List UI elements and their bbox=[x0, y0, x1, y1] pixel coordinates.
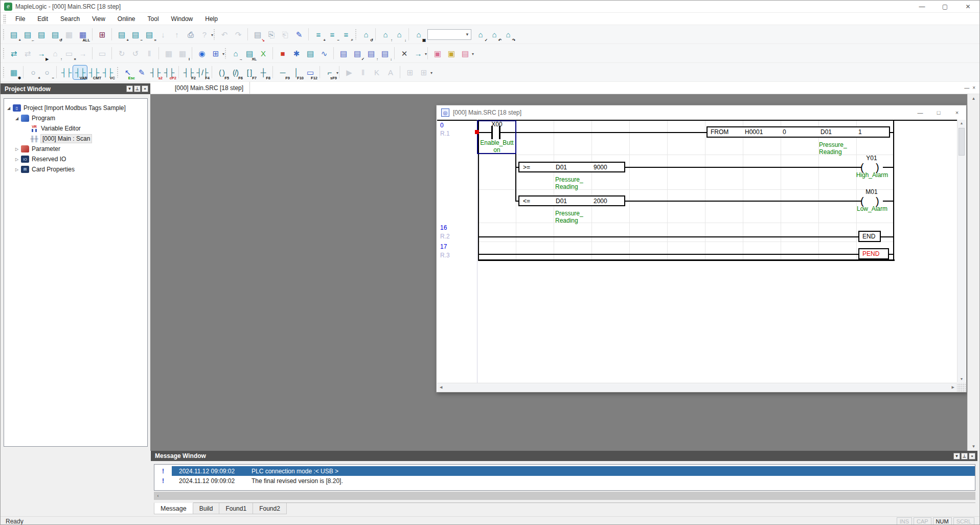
compare-high-box[interactable]: >= D01 9000 bbox=[518, 162, 625, 172]
remove-document-button[interactable]: ▤− bbox=[128, 28, 142, 41]
stop-box-button[interactable]: ■ bbox=[276, 47, 289, 60]
zoom-out-button[interactable]: ○− bbox=[40, 65, 54, 79]
toolbar-button[interactable] bbox=[331, 47, 336, 60]
tab-build[interactable]: Build bbox=[193, 503, 220, 514]
toolbar-button[interactable] bbox=[89, 47, 95, 60]
breakpoint-button[interactable]: ▣ bbox=[430, 47, 444, 60]
plc-refresh-button[interactable]: ⌂↺ bbox=[359, 28, 373, 41]
hline-button[interactable]: ─F9 bbox=[276, 65, 289, 79]
monitor-view-button[interactable]: ▭F12 bbox=[303, 65, 317, 79]
toolbar-button[interactable] bbox=[176, 65, 181, 79]
menu-edit[interactable]: Edit bbox=[31, 13, 54, 25]
tree-expander-icon[interactable]: ▷ bbox=[13, 157, 20, 162]
plc-write-all-button[interactable]: ⌂▣ bbox=[412, 28, 425, 41]
message-row-version[interactable]: ! 2024.11.12 09:09:02 The final revised … bbox=[154, 476, 975, 486]
toolbar-button[interactable] bbox=[189, 47, 195, 60]
editor-vertical-scrollbar[interactable]: ▲ ▼ bbox=[957, 120, 966, 382]
delete-cross-button[interactable]: ✕ bbox=[397, 47, 411, 60]
window-minimize-button[interactable]: — bbox=[910, 1, 933, 12]
force-on-button[interactable]: K bbox=[370, 65, 383, 79]
tabbar-close-icon[interactable]: × bbox=[972, 85, 975, 91]
tree-expander-icon[interactable]: ◢ bbox=[13, 116, 20, 121]
ladder-monitor-button[interactable]: ⊞▾ bbox=[209, 47, 222, 60]
list-find-button[interactable]: ≡⌕ bbox=[339, 28, 353, 41]
resize-grip[interactable] bbox=[957, 383, 966, 391]
toolbar-button[interactable] bbox=[373, 28, 378, 41]
toolbar-button[interactable] bbox=[209, 65, 215, 79]
message-window-menu-icon[interactable]: ▼ bbox=[953, 453, 960, 460]
chart-button[interactable]: ∿ bbox=[317, 47, 331, 60]
ladder-selection-cursor[interactable] bbox=[477, 120, 516, 154]
window-tile-button[interactable]: ⊞ bbox=[95, 28, 109, 41]
contact-no-button[interactable]: ┤├F2 bbox=[181, 65, 195, 79]
view-variables-button[interactable]: ┤├VAR bbox=[73, 65, 87, 79]
message-row-plc-mode[interactable]: ! 2024.11.12 09:09:02 PLC connection mod… bbox=[154, 466, 975, 476]
new-project-button[interactable]: ▤+ bbox=[7, 28, 20, 41]
open-document-button[interactable]: ▤↺ bbox=[48, 28, 62, 41]
tree-item-variable-editor[interactable]: VR Variable Editor bbox=[4, 123, 147, 134]
undo-button[interactable]: ↶ bbox=[217, 28, 231, 41]
coil-not-button[interactable]: (/)F6 bbox=[229, 65, 242, 79]
view-var-comments-button[interactable]: ┤├VC bbox=[101, 65, 115, 79]
grid-add-button[interactable]: ⊞ bbox=[403, 65, 417, 79]
toolbar-button[interactable] bbox=[115, 65, 121, 79]
export-document-button[interactable]: ▤↘ bbox=[250, 28, 264, 41]
save-button[interactable]: ▦ bbox=[62, 28, 76, 41]
force-off-button[interactable]: A bbox=[383, 65, 397, 79]
pause-button[interactable]: ‖ bbox=[356, 65, 370, 79]
tree-expander-icon[interactable]: ▷ bbox=[13, 147, 20, 151]
toolbar-button[interactable] bbox=[211, 28, 217, 41]
special-coil-button[interactable]: ⌐sF9▾ bbox=[323, 65, 336, 79]
tab-found1[interactable]: Found1 bbox=[219, 503, 253, 514]
edit-button[interactable]: ✎ bbox=[292, 28, 306, 41]
toolbar-button[interactable] bbox=[317, 65, 323, 79]
toolbar-button[interactable] bbox=[397, 65, 403, 79]
contact-pulse-button[interactable]: ┤├cP2 bbox=[162, 65, 176, 79]
plc-download-button[interactable]: ⌂↓ bbox=[392, 28, 406, 41]
editor-horizontal-scrollbar[interactable]: ◀ ▶ bbox=[437, 383, 957, 391]
branch-button[interactable]: ┼F8 bbox=[256, 65, 270, 79]
coil-low[interactable]: ( bbox=[860, 196, 864, 206]
scroll-right-icon[interactable]: ▶ bbox=[949, 383, 957, 391]
tree-expander-icon[interactable]: ◢ bbox=[5, 106, 12, 111]
delete-button[interactable]: ▭× bbox=[62, 47, 76, 60]
document-properties-button[interactable]: ▤≡ bbox=[142, 28, 156, 41]
scroll-left-icon[interactable]: ‹ bbox=[154, 493, 162, 498]
open-project-button[interactable]: ▤← bbox=[20, 28, 34, 41]
add-document-button[interactable]: ▤+ bbox=[115, 28, 128, 41]
menu-search[interactable]: Search bbox=[54, 13, 86, 25]
scroll-down-icon[interactable]: ▼ bbox=[968, 444, 979, 449]
toolbar-button[interactable] bbox=[270, 47, 276, 60]
tree-item-reserved-io[interactable]: ▷ IO Reserved IO bbox=[4, 154, 147, 164]
print-button[interactable]: ⎙ bbox=[184, 28, 197, 41]
tabbar-minimize-icon[interactable]: — bbox=[964, 85, 969, 91]
toolbar-button[interactable] bbox=[20, 65, 26, 79]
toolbar-button[interactable] bbox=[109, 28, 115, 41]
excel-export-button[interactable]: ▤XL bbox=[242, 47, 256, 60]
toolbar-button[interactable] bbox=[1, 65, 7, 79]
pause-circle-button[interactable]: ‖ bbox=[142, 47, 156, 60]
editor-minimize-button[interactable]: — bbox=[911, 106, 929, 119]
ladder-canvas[interactable]: 0 R.1 16 R.2 17 R.3 X00 Enable_Butt on bbox=[437, 120, 958, 383]
toolbar-button[interactable] bbox=[392, 47, 397, 60]
transfer-right-button[interactable]: → bbox=[76, 47, 89, 60]
list-add-button[interactable]: ≡+ bbox=[311, 28, 325, 41]
contact-nc-button[interactable]: ┤/├F4 bbox=[195, 65, 209, 79]
menu-view[interactable]: View bbox=[86, 13, 111, 25]
bookmark-button[interactable]: ▣ bbox=[444, 47, 458, 60]
network-button[interactable]: ◉ bbox=[195, 47, 209, 60]
edit-pencil-button[interactable]: ✎ bbox=[134, 65, 148, 79]
end-instruction-box[interactable]: END bbox=[858, 231, 881, 242]
vline-button[interactable]: │F10 bbox=[289, 65, 303, 79]
toolbar-button[interactable] bbox=[336, 65, 342, 79]
contact-set-button[interactable]: ┤├s2 bbox=[148, 65, 162, 79]
tree-item-project[interactable]: ◢ ▯ Project [Import Modbus Tags Sample] bbox=[4, 103, 147, 113]
toolbar-button[interactable] bbox=[156, 47, 162, 60]
message-window-pin-icon[interactable]: ⊥ bbox=[961, 453, 968, 460]
upload-button[interactable]: ↑ bbox=[170, 28, 184, 41]
pend-instruction-box[interactable]: PEND bbox=[858, 248, 889, 259]
monitor-button[interactable]: ▭ bbox=[95, 47, 109, 60]
toolbar-button[interactable] bbox=[245, 28, 250, 41]
scroll-thumb[interactable] bbox=[959, 128, 965, 156]
tree-item-main-scan[interactable]: ╫╫ [000] Main : Scan bbox=[4, 134, 147, 144]
